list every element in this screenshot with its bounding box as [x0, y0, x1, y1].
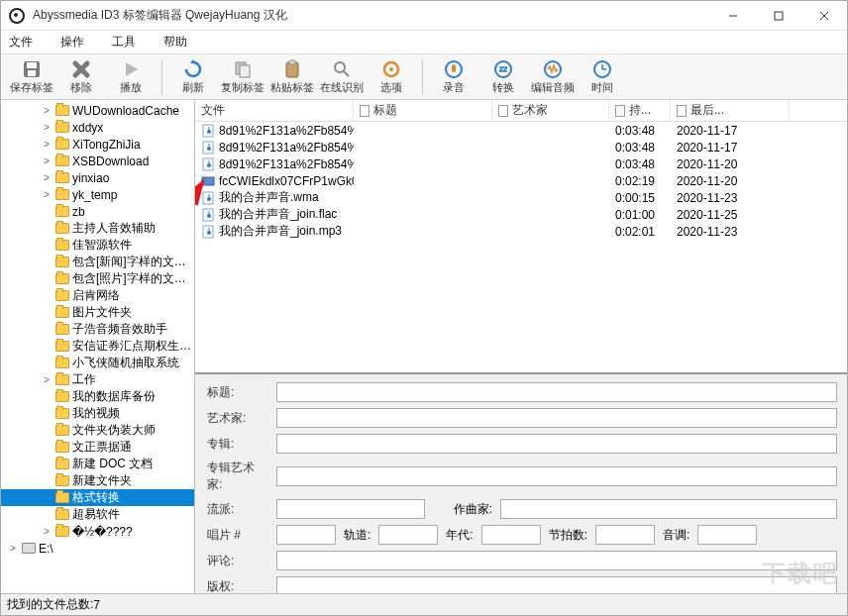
- tree-label: 我的视频: [72, 405, 120, 422]
- col-last[interactable]: 最后...: [671, 100, 790, 121]
- tree-node[interactable]: 安信证券汇点期权生…: [1, 338, 194, 355]
- tree-node[interactable]: 佳智源软件: [1, 237, 194, 254]
- menu-help[interactable]: 帮助: [163, 34, 187, 51]
- folder-tree[interactable]: >WUDownloadCache>xddyx>XiTongZhiJia>XSBD…: [1, 100, 195, 593]
- folder-icon: [54, 272, 70, 286]
- tree-label: 子浩音频音效助手: [72, 321, 167, 338]
- save-button[interactable]: 保存标签: [7, 55, 56, 99]
- tree-node[interactable]: zb: [1, 203, 194, 220]
- expand-icon[interactable]: >: [7, 543, 19, 554]
- main-area: >WUDownloadCache>xddyx>XiTongZhiJia>XSBD…: [1, 100, 847, 593]
- tree-node[interactable]: 格式转换: [1, 489, 194, 506]
- input-title[interactable]: [276, 382, 837, 402]
- tree-node[interactable]: 小飞侠随机抽取系统: [1, 355, 194, 371]
- expand-icon[interactable]: >: [41, 374, 53, 385]
- tree-node[interactable]: >yinxiao: [1, 169, 194, 186]
- play-button[interactable]: 播放: [106, 55, 156, 99]
- copy-tags-button[interactable]: 复制标签: [218, 55, 267, 99]
- tree-node[interactable]: >yk_temp: [1, 186, 194, 203]
- edit-audio-button[interactable]: 编辑音频: [528, 55, 578, 99]
- close-button[interactable]: [801, 1, 847, 31]
- refresh-button[interactable]: 刷新: [168, 55, 218, 99]
- tree-node[interactable]: 包含[照片]字样的文…: [1, 270, 194, 287]
- col-title[interactable]: 标题: [354, 100, 492, 121]
- file-type-icon: [201, 191, 215, 205]
- tree-label: yk_temp: [72, 188, 117, 202]
- folder-icon: [54, 407, 70, 421]
- col-artist[interactable]: 艺术家: [492, 100, 609, 121]
- input-key[interactable]: [697, 525, 757, 545]
- tree-label: 文正票据通: [72, 439, 132, 456]
- file-type-icon: [201, 124, 215, 138]
- folder-icon: [54, 474, 70, 488]
- tree-node[interactable]: 新建文件夹: [1, 472, 194, 489]
- tree-node[interactable]: 主持人音效辅助: [1, 220, 194, 237]
- input-genre[interactable]: [276, 499, 425, 519]
- options-button[interactable]: 选项: [367, 55, 416, 99]
- input-disc[interactable]: [276, 525, 336, 545]
- tree-node[interactable]: 包含[新闻]字样的文…: [1, 254, 194, 270]
- cell-last: 2020-11-23: [671, 225, 790, 239]
- tree-node[interactable]: >XSBDownload: [1, 153, 194, 169]
- identify-button[interactable]: 在线识别: [317, 55, 367, 99]
- tree-node[interactable]: 启肯网络: [1, 287, 194, 304]
- maximize-button[interactable]: [756, 1, 801, 31]
- play-icon: [121, 59, 141, 79]
- tree-node[interactable]: 子浩音频音效助手: [1, 321, 194, 338]
- file-type-icon: [201, 174, 215, 188]
- list-row[interactable]: 我的合并声音_join.mp30:02:012020-11-23: [195, 223, 847, 240]
- input-track[interactable]: [378, 525, 438, 545]
- tree-node[interactable]: 超易软件: [1, 506, 194, 523]
- record-button[interactable]: 录音: [429, 55, 478, 99]
- tree-node[interactable]: 我的数据库备份: [1, 388, 194, 405]
- input-album[interactable]: [276, 434, 837, 454]
- col-file[interactable]: 文件: [195, 100, 354, 121]
- input-bpm[interactable]: [595, 525, 655, 545]
- expand-icon[interactable]: >: [41, 155, 53, 166]
- list-row[interactable]: 我的合并声音_join.flac0:01:002020-11-25: [195, 206, 847, 223]
- list-row[interactable]: 8d91%2F131a%2Fb854%...0:03:482020-11-20: [195, 155, 847, 172]
- tree-label: 文件夹伪装大师: [72, 422, 156, 439]
- expand-icon[interactable]: >: [41, 189, 53, 200]
- tree-node[interactable]: >工作: [1, 371, 194, 388]
- tree-node[interactable]: 文件夹伪装大师: [1, 422, 194, 439]
- list-row[interactable]: 我的合并声音.wma0:00:152020-11-23: [195, 189, 847, 206]
- cell-last: 2020-11-17: [671, 141, 790, 154]
- refresh-icon: [183, 59, 203, 79]
- expand-icon[interactable]: >: [41, 172, 53, 183]
- time-button[interactable]: 时间: [578, 55, 627, 99]
- expand-icon[interactable]: >: [41, 122, 53, 133]
- label-key: 音调:: [663, 527, 689, 544]
- expand-icon[interactable]: >: [41, 105, 53, 116]
- convert-button[interactable]: 转换: [478, 55, 528, 99]
- input-comment[interactable]: [276, 551, 837, 570]
- paste-tags-button[interactable]: 粘贴标签: [267, 55, 317, 99]
- input-copyright[interactable]: [276, 576, 837, 593]
- tree-node[interactable]: >E:\: [1, 540, 194, 557]
- tree-node[interactable]: >WUDownloadCache: [1, 102, 194, 119]
- list-row[interactable]: 8d91%2F131a%2Fb854%...0:03:482020-11-17: [195, 122, 847, 139]
- tree-label: 佳智源软件: [72, 237, 132, 254]
- tree-node[interactable]: >�½�????: [1, 523, 194, 540]
- col-duration[interactable]: 持...: [609, 100, 671, 121]
- expand-icon[interactable]: >: [41, 526, 53, 537]
- tree-node[interactable]: 我的视频: [1, 405, 194, 422]
- menu-tools[interactable]: 工具: [112, 34, 136, 51]
- tree-node[interactable]: >xddyx: [1, 119, 194, 136]
- tree-node[interactable]: >XiTongZhiJia: [1, 136, 194, 153]
- input-artist[interactable]: [276, 408, 837, 428]
- expand-icon[interactable]: >: [41, 139, 53, 150]
- tree-node[interactable]: 新建 DOC 文档: [1, 456, 194, 472]
- tree-node[interactable]: 文正票据通: [1, 439, 194, 456]
- minimize-button[interactable]: [710, 1, 756, 31]
- list-row[interactable]: fcCWIEkdlx07CFrP1wGk01...0:02:192020-11-…: [195, 172, 847, 189]
- menu-file[interactable]: 文件: [9, 34, 33, 51]
- input-year[interactable]: [481, 525, 541, 545]
- input-albumartist[interactable]: [276, 466, 837, 486]
- list-body[interactable]: 8d91%2F131a%2Fb854%...0:03:482020-11-178…: [195, 122, 847, 240]
- list-row[interactable]: 8d91%2F131a%2Fb854%...0:03:482020-11-17: [195, 139, 847, 155]
- tree-node[interactable]: 图片文件夹: [1, 304, 194, 321]
- remove-button[interactable]: 移除: [56, 55, 106, 99]
- menu-actions[interactable]: 操作: [60, 34, 84, 51]
- input-composer[interactable]: [500, 499, 837, 519]
